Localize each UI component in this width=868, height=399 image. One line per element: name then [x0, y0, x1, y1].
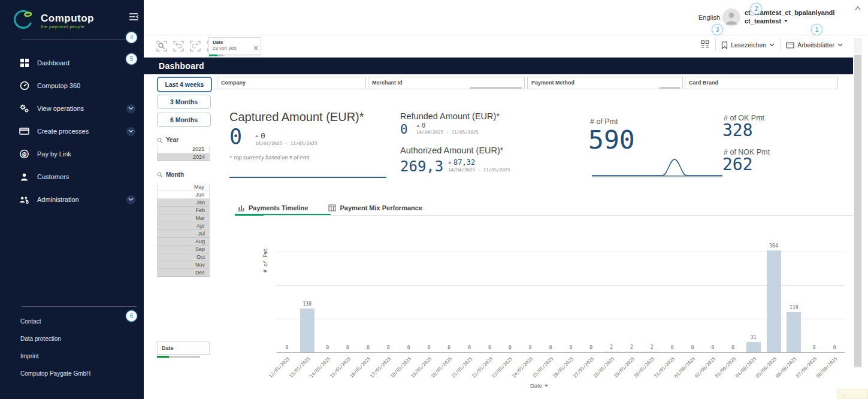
notification-toast: ...: [837, 389, 868, 399]
bar-04-06-2025[interactable]: [746, 342, 761, 352]
x-axis-title[interactable]: Date: [530, 382, 548, 389]
bookmarks-menu[interactable]: Lesezeichen: [721, 41, 775, 49]
scrollbar-thumb[interactable]: [854, 55, 861, 367]
sidebar-collapse-icon[interactable]: [128, 12, 139, 24]
sheet-grid-icon[interactable]: [700, 40, 710, 50]
month-option-oct[interactable]: Oct: [157, 253, 210, 261]
bar-05-06-2025[interactable]: [767, 250, 781, 352]
horizontal-scrollbar[interactable]: [470, 87, 522, 89]
year-option-2024[interactable]: 2024: [157, 153, 210, 161]
person-icon: [19, 172, 29, 182]
chevron-down-icon[interactable]: [126, 104, 135, 113]
bookmark-icon: [721, 41, 728, 49]
step-back-icon[interactable]: [171, 38, 186, 53]
sidebar-item-label: View operations: [37, 105, 84, 112]
chevron-down-icon: [769, 43, 775, 47]
kpi-refunded-delta: 0: [422, 122, 425, 129]
pmt-sparkline: [592, 157, 722, 180]
filter-field-company[interactable]: Company: [217, 77, 366, 89]
quick-range-last-4-weeks[interactable]: Last 4 weeks: [157, 77, 212, 92]
bar-chart-icon: [237, 204, 245, 211]
month-option-nov[interactable]: Nov: [157, 261, 210, 269]
sidebar-item-label: Create processes: [37, 128, 89, 135]
selection-chip-date[interactable]: Date 28 von 365: [208, 37, 261, 55]
bar-value-label: 304: [762, 243, 786, 249]
sidebar-footer-contact[interactable]: Contact: [0, 313, 144, 330]
smart-search-icon[interactable]: [154, 38, 169, 53]
selections-toolbar: Date 28 von 365 Lesezeichen: [144, 35, 868, 58]
sidebar-footer: ContactData protectionImprintComputop Pa…: [0, 313, 144, 382]
month-option-jan[interactable]: Jan: [157, 199, 210, 207]
month-option-apr[interactable]: Apr: [157, 222, 210, 230]
tab-payment-mix-performance[interactable]: Payment Mix Performance: [326, 201, 425, 214]
quick-range-3-months[interactable]: 3 Months: [157, 95, 211, 109]
kpi-captured-title: Captured Amount (EUR)*: [229, 110, 364, 124]
month-option-sep[interactable]: Sep: [157, 246, 210, 253]
kpi-authorized-range: 14/04/2025 - 11/05/2025: [448, 167, 510, 173]
sidebar-item-label: Customers: [37, 173, 69, 180]
chevron-down-icon[interactable]: [126, 195, 135, 204]
sidebar-nav: DashboardComputop 360View operationsCrea…: [0, 52, 144, 211]
kpi-ok-value: 328: [722, 122, 753, 139]
sidebar-item-computop-360[interactable]: Computop 360: [0, 74, 144, 97]
kpi-authorized-value: 269,3: [400, 159, 443, 174]
sidebar-item-dashboard[interactable]: Dashboard: [0, 52, 144, 74]
captured-sparkline: [229, 177, 386, 178]
people-gear-icon: [19, 195, 29, 205]
sheet-icon: [786, 42, 794, 49]
filter-field-payment-method[interactable]: Payment Method: [527, 77, 683, 89]
sidebar-item-create-processes[interactable]: Create processes: [0, 120, 144, 143]
filter-field-card-brand[interactable]: Card Brand: [685, 77, 838, 89]
svg-text:@: @: [22, 151, 27, 157]
annotation-badge-2: 2: [751, 3, 762, 14]
scroll-up-arrow-icon[interactable]: [854, 3, 861, 14]
month-option-jul[interactable]: Jul: [157, 230, 210, 238]
month-option-dec[interactable]: Dec: [157, 269, 210, 277]
year-option-2025[interactable]: 2025: [157, 146, 210, 153]
sidebar-footer-data-protection[interactable]: Data protection: [0, 330, 144, 347]
y-axis-label: # of Pmt: [262, 248, 268, 273]
date-listbox[interactable]: Date: [157, 341, 210, 355]
tab-payments-timeline[interactable]: Payments Timeline: [235, 201, 310, 214]
sidebar-item-pay-by-link[interactable]: @Pay by Link: [0, 143, 144, 165]
main-area: English ct_teamtest_ct_bpalaniyandi ct_t…: [144, 0, 868, 399]
sidebar-item-administration[interactable]: Administration: [0, 188, 144, 211]
sidebar-divider-top: [22, 40, 137, 40]
bar-06-06-2025[interactable]: [787, 312, 801, 352]
step-forward-icon[interactable]: [187, 38, 202, 53]
kpi-nok-value: 262: [722, 156, 753, 173]
delta-up-icon: [448, 161, 452, 164]
vertical-scrollbar[interactable]: [854, 38, 862, 368]
dashboard-grid-icon: [19, 58, 29, 68]
month-option-feb[interactable]: Feb: [157, 207, 210, 214]
month-option-aug[interactable]: Aug: [157, 238, 210, 246]
annotation-badge-1: 1: [811, 24, 822, 35]
date-selection-bar-green: [157, 356, 169, 358]
horizontal-scrollbar[interactable]: [660, 87, 680, 89]
month-option-mar[interactable]: Mar: [157, 214, 210, 222]
kpi-authorized-title: Authorized Amount (EUR)*: [400, 146, 503, 155]
brand-name: Computop: [41, 13, 94, 23]
table-icon: [328, 204, 336, 211]
annotation-badge-3: 3: [712, 24, 723, 35]
quick-range-6-months[interactable]: 6 Months: [157, 113, 211, 127]
month-option-jun[interactable]: Jun: [157, 191, 210, 199]
x-axis-line: [277, 352, 845, 353]
sidebar-footer-imprint[interactable]: Imprint: [0, 347, 144, 365]
month-option-may[interactable]: May: [157, 183, 210, 191]
sidebar-item-view-operations[interactable]: View operations: [0, 97, 144, 120]
link-at-icon: @: [19, 149, 29, 159]
sidebar-footer-computop-paygate-gmbh[interactable]: Computop Paygate GmbH: [0, 365, 144, 382]
avatar[interactable]: [722, 8, 740, 26]
sidebar-item-customers[interactable]: Customers: [0, 165, 144, 188]
kpi-captured-range: 14/04/2025 - 11/05/2025: [255, 141, 317, 146]
filter-field-label: Payment Method: [531, 80, 682, 86]
user-menu[interactable]: ct_teamtest: [745, 17, 834, 25]
bar-13-05-2025[interactable]: [300, 309, 314, 352]
filter-field-merchant-id[interactable]: Merchant Id: [368, 77, 525, 89]
sheets-menu[interactable]: Arbeitsblätter: [786, 41, 843, 49]
chevron-down-icon[interactable]: [126, 127, 135, 136]
filter-field-label: Company: [221, 80, 365, 86]
close-icon[interactable]: [253, 42, 258, 53]
sidebar: Computop the payment people DashboardCom…: [0, 0, 144, 399]
